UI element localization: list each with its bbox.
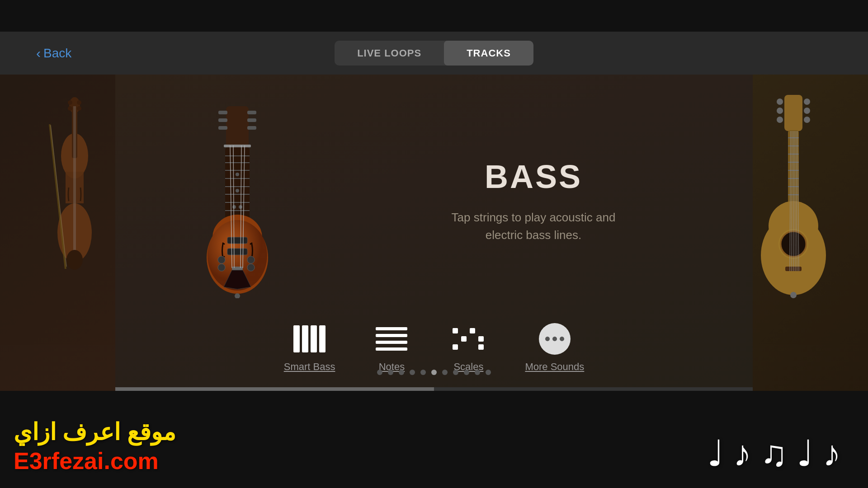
svg-point-61 (804, 117, 810, 123)
music-notes-area: ♩ ♪ ♫ ♩ ♪ (707, 432, 841, 474)
watermark: موقع اعرف ازاي E3rfezai.com (14, 418, 176, 474)
music-note-4: ♩ (797, 432, 814, 474)
smart-bass-icon (289, 323, 330, 355)
svg-rect-20 (247, 118, 256, 122)
music-note-5: ♪ (823, 433, 841, 474)
dot-2[interactable] (399, 370, 404, 375)
info-area: BASS Tap strings to play acoustic and el… (323, 158, 717, 244)
violin-container (29, 84, 115, 310)
svg-point-34 (236, 173, 239, 176)
dot-0[interactable] (377, 370, 382, 375)
dot-5[interactable] (431, 370, 437, 375)
svg-point-56 (777, 99, 783, 105)
svg-point-58 (777, 117, 783, 123)
main-content: BASS Tap strings to play acoustic and el… (0, 75, 868, 391)
bottom-bar: موقع اعرف ازاي E3rfezai.com ♩ ♪ ♫ ♩ ♪ (0, 391, 868, 488)
top-bar (0, 0, 868, 32)
dot-10[interactable] (486, 370, 491, 375)
svg-rect-17 (218, 118, 227, 122)
music-note-1: ♩ (707, 432, 724, 474)
svg-point-60 (804, 108, 810, 114)
progress-bar-fill (115, 387, 434, 391)
tab-group: LIVE LOOPS TRACKS (335, 41, 533, 66)
svg-point-8 (68, 106, 72, 111)
more-sounds-icon (534, 323, 575, 355)
svg-point-36 (232, 205, 236, 209)
left-panel (0, 75, 115, 391)
dot-6[interactable] (442, 370, 448, 375)
right-panel (753, 75, 868, 391)
svg-rect-55 (784, 95, 802, 131)
svg-point-12 (66, 250, 83, 270)
svg-rect-43 (227, 237, 247, 244)
svg-point-59 (804, 99, 810, 105)
notes-control[interactable]: Notes (371, 323, 412, 373)
svg-point-85 (790, 292, 797, 298)
progress-bar (115, 387, 753, 391)
acoustic-guitar-container (753, 84, 839, 310)
svg-point-46 (235, 293, 240, 298)
svg-point-54 (218, 264, 225, 271)
tab-live-loops[interactable]: LIVE LOOPS (335, 41, 444, 66)
back-button[interactable]: ‹ Back (36, 46, 71, 61)
instrument-area: BASS Tap strings to play acoustic and el… (115, 75, 753, 314)
dot-4[interactable] (420, 370, 426, 375)
back-chevron-icon: ‹ (36, 46, 41, 61)
svg-point-53 (218, 256, 225, 263)
watermark-line2: E3rfezai.com (14, 447, 176, 474)
svg-rect-21 (247, 126, 256, 130)
scales-control[interactable]: Scales (448, 323, 489, 373)
more-sounds-control[interactable]: More Sounds (525, 323, 584, 373)
svg-point-9 (77, 106, 81, 111)
violin-icon (45, 97, 104, 296)
dot-7[interactable] (453, 370, 458, 375)
svg-rect-16 (218, 111, 227, 114)
nav-area: ‹ Back LIVE LOOPS TRACKS (0, 32, 868, 75)
music-note-2: ♪ (733, 433, 751, 474)
dot-1[interactable] (388, 370, 393, 375)
instrument-description: Tap strings to play acoustic and electri… (439, 209, 628, 244)
svg-point-35 (236, 189, 239, 192)
bass-guitar-icon (165, 104, 310, 298)
watermark-line1: موقع اعرف ازاي (14, 418, 176, 446)
acoustic-guitar-icon (753, 93, 834, 300)
instrument-title: BASS (485, 158, 582, 195)
dot-8[interactable] (464, 370, 469, 375)
svg-point-57 (777, 108, 783, 114)
controls-area: Smart Bass Notes (115, 314, 753, 391)
svg-rect-15 (226, 106, 249, 147)
svg-point-52 (247, 264, 255, 271)
svg-point-37 (239, 205, 242, 209)
scales-icon (448, 323, 489, 355)
dot-3[interactable] (410, 370, 415, 375)
svg-rect-45 (232, 267, 243, 270)
svg-point-11 (77, 100, 81, 105)
smart-bass-control[interactable]: Smart Bass (284, 323, 335, 373)
tab-tracks[interactable]: TRACKS (444, 41, 533, 66)
bass-guitar-container (151, 99, 323, 303)
music-note-3: ♫ (760, 433, 788, 474)
svg-rect-44 (227, 249, 247, 255)
pagination-dots (115, 370, 753, 375)
center-panel: BASS Tap strings to play acoustic and el… (115, 75, 753, 391)
svg-rect-18 (218, 126, 227, 130)
back-label: Back (43, 46, 71, 61)
svg-point-51 (247, 256, 255, 263)
svg-rect-22 (224, 145, 251, 147)
notes-icon (371, 323, 412, 355)
svg-point-10 (68, 100, 72, 105)
dot-9[interactable] (475, 370, 480, 375)
svg-rect-19 (247, 111, 256, 114)
